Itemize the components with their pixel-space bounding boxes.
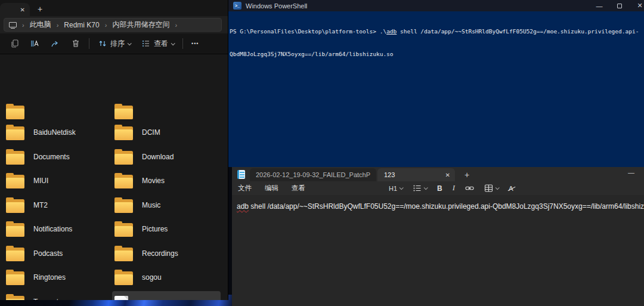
file-item-selected[interactable]: 123 bbox=[112, 291, 221, 300]
link-icon bbox=[465, 184, 474, 193]
heading-button[interactable]: H1 bbox=[389, 185, 402, 192]
file-icon bbox=[114, 296, 128, 300]
share-button[interactable] bbox=[45, 36, 66, 51]
close-button[interactable]: ✕ bbox=[630, 0, 644, 11]
rename-icon bbox=[30, 39, 40, 48]
terminal-command-adb: adb bbox=[386, 28, 397, 35]
terminal-window: >_ Windows PowerShell — ✕ PS G:\Personal… bbox=[228, 0, 644, 167]
link-button[interactable] bbox=[465, 184, 474, 193]
explorer-tab[interactable]: ✕ bbox=[0, 3, 30, 16]
notepad-text-rest: shell /data/app/~~StRsHRldByQwfLfF05U52g… bbox=[249, 202, 644, 211]
sort-button[interactable]: 排序 bbox=[92, 36, 136, 51]
delete-button[interactable] bbox=[66, 36, 86, 51]
view-button[interactable]: 查看 bbox=[136, 36, 179, 51]
notepad-text-adb: adb bbox=[237, 202, 249, 211]
folder-icon bbox=[6, 174, 24, 188]
copy-icon bbox=[10, 39, 20, 48]
notepad-tab-patchpackage[interactable]: 2026-02-12_19-09-32_FAILED_PatchPackag bbox=[250, 168, 376, 181]
bold-button[interactable]: B bbox=[437, 184, 442, 193]
file-item[interactable]: MIUI bbox=[4, 169, 110, 193]
new-tab-button[interactable]: + bbox=[35, 4, 45, 14]
file-item[interactable]: Download bbox=[112, 145, 221, 169]
file-item-label: Notifications bbox=[33, 225, 72, 233]
file-item[interactable]: Ringtones bbox=[4, 265, 110, 289]
view-icon bbox=[141, 39, 151, 48]
chevron-down-icon bbox=[171, 41, 175, 45]
file-item[interactable]: MT2 bbox=[4, 193, 110, 217]
breadcrumb-item-device[interactable]: Redmi K70 bbox=[64, 21, 99, 29]
file-item-label: Music bbox=[142, 201, 160, 209]
terminal-output[interactable]: PS G:\PersonalFiles\Desktop\platform-too… bbox=[228, 11, 644, 167]
file-item[interactable]: Notifications bbox=[4, 217, 110, 241]
file-item-partial[interactable] bbox=[112, 100, 221, 123]
file-item[interactable]: Movies bbox=[112, 169, 221, 193]
file-item-label: Ringtones bbox=[33, 273, 66, 282]
file-item[interactable]: sogou bbox=[112, 265, 221, 289]
folder-icon bbox=[6, 295, 24, 301]
share-icon bbox=[51, 39, 60, 48]
explorer-toolbar: 排序 查看 ••• bbox=[0, 33, 228, 54]
file-item[interactable]: DCIM bbox=[112, 120, 221, 144]
chevron-down-icon bbox=[424, 186, 428, 190]
file-item[interactable]: BaiduNetdisk bbox=[4, 120, 110, 144]
file-item-label: Documents bbox=[33, 153, 70, 161]
file-item-partial[interactable] bbox=[4, 100, 110, 123]
italic-button[interactable]: I bbox=[453, 184, 455, 193]
terminal-title: Windows PowerShell bbox=[246, 2, 307, 10]
file-item-label: Pictures bbox=[142, 225, 168, 233]
chevron-down-icon bbox=[496, 186, 500, 190]
file-item[interactable]: Pictures bbox=[112, 217, 221, 241]
tab-label: 123 bbox=[384, 171, 395, 178]
explorer-file-list: BaiduNetdisk Documents MIUI MT2 Notifica… bbox=[0, 54, 228, 300]
new-tab-button[interactable]: + bbox=[465, 170, 469, 180]
file-item[interactable]: Podcasts bbox=[4, 242, 110, 265]
list-button[interactable] bbox=[413, 184, 427, 193]
terminal-title-bar[interactable]: >_ Windows PowerShell — ✕ bbox=[228, 0, 644, 11]
clear-formatting-button[interactable]: A bbox=[509, 185, 513, 192]
close-tab-icon[interactable]: ✕ bbox=[445, 172, 450, 178]
file-item-label: MT2 bbox=[33, 201, 48, 209]
folder-icon bbox=[114, 270, 133, 285]
file-item-label: Download bbox=[142, 153, 174, 161]
powershell-icon: >_ bbox=[233, 2, 242, 10]
notepad-tab-bar: 2026-02-12_19-09-32_FAILED_PatchPackag 1… bbox=[232, 167, 644, 181]
tab-label: 2026-02-12_19-09-32_FAILED_PatchPackag bbox=[256, 171, 370, 178]
maximize-button[interactable] bbox=[609, 0, 630, 11]
chevron-right-icon: › bbox=[174, 21, 178, 29]
file-column-2: DCIM Download Movies Music Pictures Reco… bbox=[112, 54, 221, 300]
maximize-icon bbox=[617, 4, 622, 8]
minimize-button[interactable]: — bbox=[628, 169, 634, 176]
notepad-window: 2026-02-12_19-09-32_FAILED_PatchPackag 1… bbox=[232, 167, 644, 306]
close-tab-icon[interactable]: ✕ bbox=[20, 7, 25, 13]
folder-icon bbox=[114, 198, 133, 213]
copy-button[interactable] bbox=[5, 36, 25, 51]
breadcrumb-item-this-pc[interactable]: 此电脑 bbox=[30, 20, 51, 30]
table-button[interactable] bbox=[484, 184, 499, 193]
file-item-label: Tencent bbox=[33, 298, 58, 300]
file-item[interactable]: Recordings bbox=[112, 242, 221, 265]
folder-icon bbox=[6, 150, 24, 165]
more-options-button[interactable]: ••• bbox=[186, 36, 204, 51]
file-item-label: Recordings bbox=[142, 249, 178, 258]
rename-button[interactable] bbox=[25, 36, 45, 51]
menu-view[interactable]: 查看 bbox=[292, 184, 305, 193]
format-toolbar: H1 B I A bbox=[389, 184, 513, 193]
file-item[interactable]: Documents bbox=[4, 145, 110, 169]
notepad-text-area[interactable]: adb shell /data/app/~~StRsHRldByQwfLfF05… bbox=[232, 195, 644, 306]
file-item-label: MIUI bbox=[33, 177, 48, 185]
view-label: 查看 bbox=[154, 39, 168, 49]
menu-file[interactable]: 文件 bbox=[238, 184, 252, 193]
menu-edit[interactable]: 编辑 bbox=[265, 184, 278, 193]
file-item[interactable]: Music bbox=[112, 193, 221, 217]
chevron-right-icon: › bbox=[104, 21, 109, 29]
file-item[interactable]: Tencent bbox=[4, 290, 110, 300]
this-pc-icon bbox=[9, 22, 17, 27]
breadcrumb-item-internal-storage[interactable]: 内部共用储存空间 bbox=[112, 20, 169, 30]
terminal-line-1: PS G:\PersonalFiles\Desktop\platform-too… bbox=[230, 28, 644, 36]
breadcrumb[interactable]: › 此电脑 › Redmi K70 › 内部共用储存空间 › bbox=[4, 18, 222, 32]
notepad-tab-123[interactable]: 123 ✕ bbox=[377, 168, 455, 181]
folder-icon bbox=[114, 222, 133, 237]
minimize-button[interactable]: — bbox=[589, 0, 609, 11]
folder-icon bbox=[114, 104, 133, 119]
folder-icon bbox=[114, 125, 133, 140]
